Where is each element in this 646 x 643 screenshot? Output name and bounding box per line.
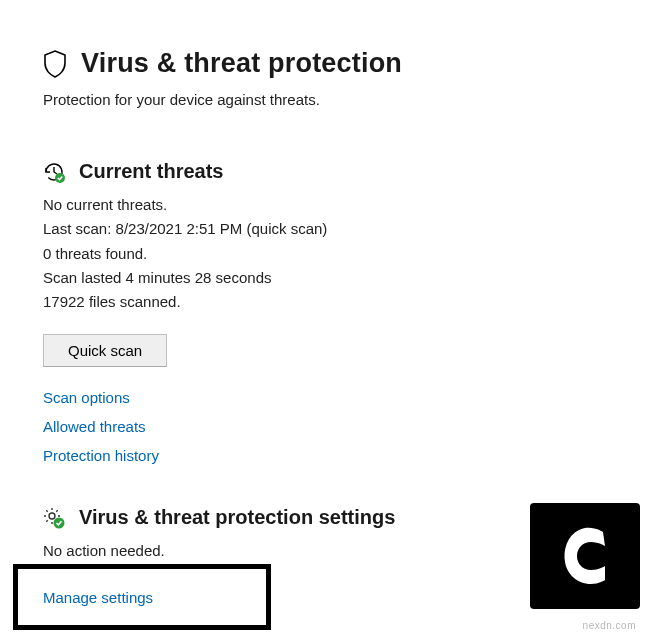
protection-history-link[interactable]: Protection history bbox=[43, 447, 159, 464]
allowed-threats-link[interactable]: Allowed threats bbox=[43, 418, 146, 435]
manage-settings-highlight: Manage settings bbox=[13, 564, 271, 630]
no-threats-text: No current threats. bbox=[43, 195, 646, 215]
last-scan-text: Last scan: 8/23/2021 2:51 PM (quick scan… bbox=[43, 219, 646, 239]
threats-found-text: 0 threats found. bbox=[43, 244, 646, 264]
files-scanned-text: 17922 files scanned. bbox=[43, 292, 646, 312]
current-threats-header: Current threats bbox=[43, 160, 646, 183]
manage-settings-link[interactable]: Manage settings bbox=[43, 589, 153, 606]
quick-scan-button[interactable]: Quick scan bbox=[43, 334, 167, 367]
history-check-icon bbox=[43, 161, 65, 183]
settings-heading: Virus & threat protection settings bbox=[79, 506, 395, 529]
svg-point-1 bbox=[49, 513, 55, 519]
gear-check-icon bbox=[43, 507, 65, 529]
c-logo-icon bbox=[553, 520, 617, 592]
scan-options-link[interactable]: Scan options bbox=[43, 389, 130, 406]
page-title: Virus & threat protection bbox=[81, 48, 402, 79]
shield-icon bbox=[43, 50, 67, 78]
scan-duration-text: Scan lasted 4 minutes 28 seconds bbox=[43, 268, 646, 288]
logo-badge bbox=[530, 503, 640, 609]
page-subtitle: Protection for your device against threa… bbox=[43, 91, 646, 108]
current-threats-heading: Current threats bbox=[79, 160, 223, 183]
watermark: nexdn.com bbox=[583, 620, 636, 631]
page-header: Virus & threat protection bbox=[43, 48, 646, 79]
